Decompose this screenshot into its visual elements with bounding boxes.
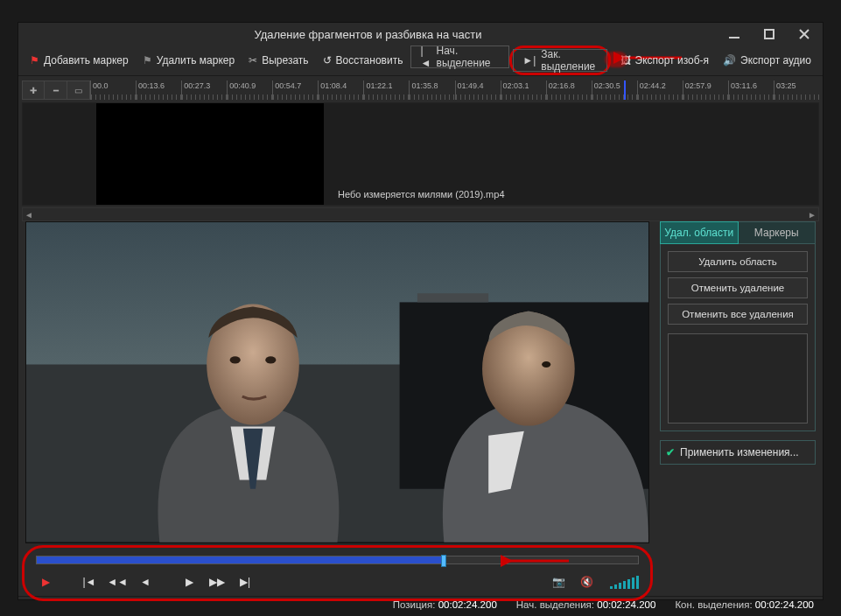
apply-changes-button[interactable]: ✔ Применить изменения... <box>660 440 816 465</box>
delete-region-button[interactable]: Удалить область <box>668 251 808 272</box>
scroll-left-icon[interactable]: ◄ <box>25 210 33 220</box>
tab-regions[interactable]: Удал. области <box>660 221 739 244</box>
svg-rect-6 <box>417 293 488 302</box>
sel-start-icon: |◄ <box>420 45 431 69</box>
fast-forward-button[interactable]: ▶▶ <box>207 573 227 591</box>
timeline-area: ✚ ━ ▭ 00.000:13.600:27.300:40.900:54.701… <box>18 76 823 221</box>
ruler-tick: 00:40.9 <box>227 80 272 100</box>
close-button[interactable] <box>793 23 816 46</box>
ruler-tick: 00:27.3 <box>181 80 227 100</box>
tutorial-arrow-seek-icon <box>501 554 571 570</box>
tick-label: 01:22.1 <box>366 81 392 90</box>
tutorial-highlight: ►| Зак. выделение <box>509 46 610 75</box>
ruler-tick: 03:11.6 <box>728 80 774 100</box>
selection-group: |◄ Нач. выделение ►| Зак. выделение <box>410 46 610 75</box>
svg-point-9 <box>265 356 276 363</box>
svg-rect-1 <box>765 30 774 38</box>
minimize-button[interactable] <box>723 23 746 46</box>
tick-label: 02:30.5 <box>594 81 620 90</box>
ruler-tick: 03:25 <box>774 80 819 100</box>
rewind-button[interactable]: ◄◄ <box>108 573 127 591</box>
ruler-tick: 02:30.5 <box>592 80 637 100</box>
video-preview <box>25 221 649 543</box>
zoom-out-button[interactable]: ━ <box>45 80 67 100</box>
selection-end-button[interactable]: ►| Зак. выделение <box>513 49 606 72</box>
titlebar: Удаление фрагментов и разбивка на части <box>18 23 823 46</box>
undo-all-button[interactable]: Отменить все удаления <box>668 304 808 325</box>
check-icon: ✔ <box>666 446 675 458</box>
status-position: Позиция: 00:02:24.200 <box>393 599 497 610</box>
window-title: Удаление фрагментов и разбивка на части <box>25 28 711 41</box>
apply-label: Применить изменения... <box>680 446 799 458</box>
scissors-icon: ✂ <box>249 54 257 66</box>
sel-end-icon: ►| <box>522 54 536 66</box>
video-clip[interactable] <box>96 103 324 205</box>
tick-label: 02:57.9 <box>685 81 711 90</box>
volume-meter[interactable] <box>610 575 639 589</box>
snapshot-button[interactable]: 📷 <box>549 573 568 591</box>
audio-export-icon: 🔊 <box>723 54 736 66</box>
seek-fill <box>37 556 443 564</box>
ruler-tick: 01:08.4 <box>318 80 363 100</box>
transport-row: ▶ |◄ ◄◄ ◄ ▶ ▶▶ ▶| 📷 🔇 <box>36 573 639 591</box>
tick-label: 00.0 <box>93 81 109 90</box>
step-forward-button[interactable]: ▶ <box>179 573 199 591</box>
tick-label: 00:27.3 <box>184 81 210 90</box>
clip-filename: Небо измеряется милями (2019).mp4 <box>338 189 505 200</box>
restore-button[interactable]: ↺ Восстановить <box>317 49 410 72</box>
timeline-scrollbar[interactable]: ◄ ► <box>22 207 819 221</box>
export-audio-button[interactable]: 🔊 Экспорт аудио <box>717 49 817 72</box>
zoom-fit-button[interactable]: ▭ <box>67 80 90 100</box>
tick-label: 01:08.4 <box>320 81 347 90</box>
skip-end-button[interactable]: ▶| <box>235 573 255 591</box>
seek-bar[interactable] <box>36 556 639 564</box>
undo-delete-button[interactable]: Отменить удаление <box>668 277 808 298</box>
seek-handle[interactable] <box>441 555 446 567</box>
restore-label: Восстановить <box>336 54 403 66</box>
status-sel-end: Кон. выделения: 00:02:24.200 <box>675 599 814 610</box>
cut-button[interactable]: ✂ Вырезать <box>242 49 314 72</box>
status-sel-start: Нач. выделения: 00:02:24.200 <box>516 599 656 610</box>
ruler-tick: 00:13.6 <box>136 80 181 100</box>
tick-label: 00:40.9 <box>229 81 256 90</box>
main-toolbar: ⚑ Добавить маркер ⚑ Удалить маркер ✂ Выр… <box>18 46 823 76</box>
app-window: Удаление фрагментов и разбивка на части … <box>0 0 841 616</box>
side-panel: Удал. области Маркеры Удалить область От… <box>660 221 816 596</box>
scroll-right-icon[interactable]: ► <box>808 210 816 220</box>
export-image-button[interactable]: 🖼 Экспорт изоб-я <box>614 49 716 72</box>
status-bar: Позиция: 00:02:24.200 Нач. выделения: 00… <box>18 596 823 612</box>
content-area: ▶ |◄ ◄◄ ◄ ▶ ▶▶ ▶| 📷 🔇 <box>18 221 823 596</box>
delete-marker-button[interactable]: ⚑ Удалить маркер <box>137 49 241 72</box>
image-export-icon: 🖼 <box>620 54 631 66</box>
tick-label: 02:16.8 <box>549 81 575 90</box>
regions-panel: Удалить область Отменить удаление Отмени… <box>660 244 816 431</box>
playback-controls: ▶ |◄ ◄◄ ◄ ▶ ▶▶ ▶| 📷 🔇 <box>25 550 649 596</box>
mute-button[interactable]: 🔇 <box>577 573 596 591</box>
playback-controls-wrap: ▶ |◄ ◄◄ ◄ ▶ ▶▶ ▶| 📷 🔇 <box>25 550 649 596</box>
preview-column: ▶ |◄ ◄◄ ◄ ▶ ▶▶ ▶| 📷 🔇 <box>25 221 649 596</box>
delete-marker-label: Удалить маркер <box>157 54 235 66</box>
play-button[interactable]: ▶ <box>36 573 55 591</box>
tab-markers[interactable]: Маркеры <box>739 221 816 244</box>
tick-label: 01:35.8 <box>411 81 438 90</box>
svg-point-11 <box>542 361 550 368</box>
ruler-tick: 02:16.8 <box>546 80 592 100</box>
zoom-in-button[interactable]: ✚ <box>22 80 45 100</box>
step-back-button[interactable]: ◄ <box>136 573 155 591</box>
svg-rect-0 <box>729 37 739 38</box>
add-marker-button[interactable]: ⚑ Добавить маркер <box>24 49 135 72</box>
skip-start-button[interactable]: |◄ <box>80 573 99 591</box>
deleted-regions-list[interactable] <box>668 333 808 424</box>
tick-label: 02:44.2 <box>640 81 666 90</box>
selection-start-button[interactable]: |◄ Нач. выделение <box>410 46 509 68</box>
timeline-ruler[interactable]: 00.000:13.600:27.300:40.900:54.701:08.40… <box>90 80 819 100</box>
timeline-track[interactable]: Небо измеряется милями (2019).mp4 <box>22 102 819 206</box>
tick-label: 02:03.1 <box>503 81 529 90</box>
side-tabs: Удал. области Маркеры <box>660 221 816 244</box>
tick-label: 00:54.7 <box>275 81 301 90</box>
playhead[interactable] <box>624 80 626 100</box>
export-image-label: Экспорт изоб-я <box>635 54 710 66</box>
tick-label: 03:11.6 <box>731 81 757 90</box>
maximize-button[interactable] <box>758 23 781 46</box>
svg-point-8 <box>230 356 241 363</box>
